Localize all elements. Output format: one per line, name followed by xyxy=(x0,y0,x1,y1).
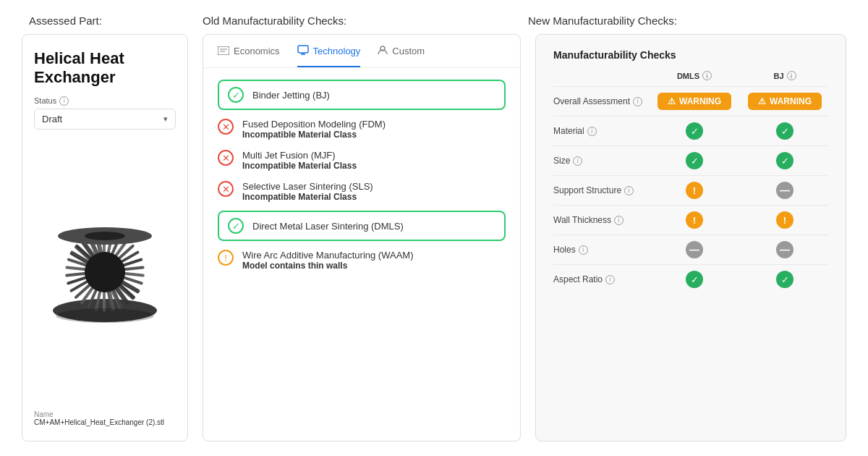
wall-dmls-warn: ! xyxy=(686,211,703,229)
size-bj: ✓ xyxy=(741,152,828,169)
col-dmls-header: DMLS i xyxy=(647,71,741,80)
process-name-sls: Selective Laser Sintering (SLS) xyxy=(242,181,373,192)
svg-rect-29 xyxy=(298,46,308,53)
size-label: Size i xyxy=(553,156,647,166)
aspect-bj: ✓ xyxy=(741,271,828,288)
process-error-waam: Model contains thin walls xyxy=(242,261,413,271)
process-name-dmls: Direct Metal Laser Sintering (DMLS) xyxy=(252,221,404,232)
overall-dmls-warning-badge: ⚠ WARNING xyxy=(658,93,731,110)
size-dmls: ✓ xyxy=(647,152,741,169)
svg-point-22 xyxy=(85,252,125,292)
col-bj-header: BJ i xyxy=(741,71,828,80)
material-info-icon[interactable]: i xyxy=(587,127,597,136)
process-error-mjf: Incompatible Material Class xyxy=(242,161,357,171)
manuf-row-overall: Overall Assessment i ⚠ WARNING ⚠ WARNING xyxy=(553,86,828,116)
status-label: Status i xyxy=(34,96,176,106)
part-name-label: Name xyxy=(34,410,176,418)
aspect-dmls: ✓ xyxy=(647,271,741,288)
process-name-fdm: Fused Deposition Modeling (FDM) xyxy=(242,119,386,130)
bj-info-icon[interactable]: i xyxy=(787,71,796,80)
process-info-mjf: Multi Jet Fusion (MJF) Incompatible Mate… xyxy=(242,150,357,171)
process-info-dmls: Direct Metal Laser Sintering (DMLS) xyxy=(252,221,404,232)
holes-bj-neutral: — xyxy=(776,241,793,258)
support-dmls-warn: ! xyxy=(686,182,703,199)
process-info-waam: Wire Arc Additive Manufacturing (WAAM) M… xyxy=(242,250,413,271)
manuf-row-wall: Wall Thickness i ! ! xyxy=(553,205,828,235)
process-info-sls: Selective Laser Sintering (SLS) Incompat… xyxy=(242,181,373,202)
tab-economics[interactable]: Economics xyxy=(218,46,280,67)
material-bj: ✓ xyxy=(741,122,828,140)
process-error-sls: Incompatible Material Class xyxy=(242,192,373,202)
process-info-bj: Binder Jetting (BJ) xyxy=(252,90,330,101)
wall-dmls: ! xyxy=(647,211,741,229)
manuf-row-size: Size i ✓ ✓ xyxy=(553,145,828,175)
wall-bj: ! xyxy=(741,211,828,229)
holes-dmls-neutral: — xyxy=(686,241,703,258)
chevron-down-icon: ▾ xyxy=(163,114,168,124)
wall-label: Wall Thickness i xyxy=(553,215,647,225)
svg-rect-26 xyxy=(218,46,229,55)
assessed-part-panel: Helical Heat Exchanger Status i Draft ▾ xyxy=(22,34,188,442)
check-green-icon: ✓ xyxy=(228,87,244,103)
part-image-container xyxy=(34,140,176,397)
size-info-icon[interactable]: i xyxy=(573,156,582,166)
tab-technology-label: Technology xyxy=(313,46,361,56)
material-dmls-check: ✓ xyxy=(686,122,703,140)
technology-icon xyxy=(297,45,309,57)
material-bj-check: ✓ xyxy=(776,122,793,140)
aspect-label: Aspect Ratio i xyxy=(553,274,647,284)
overall-info-icon[interactable]: i xyxy=(633,97,642,106)
manuf-row-aspect: Aspect Ratio i ✓ ✓ xyxy=(553,264,828,294)
process-item-dmls[interactable]: ✓ Direct Metal Laser Sintering (DMLS) xyxy=(218,211,506,241)
tab-technology[interactable]: Technology xyxy=(297,45,361,67)
warning-icon-bj: ⚠ xyxy=(758,96,766,106)
part-title: Helical Heat Exchanger xyxy=(34,49,176,88)
tab-custom-label: Custom xyxy=(392,46,425,56)
status-info-icon: i xyxy=(59,96,69,106)
process-name-bj: Binder Jetting (BJ) xyxy=(252,90,330,101)
dmls-info-icon[interactable]: i xyxy=(702,71,712,80)
new-checks-panel: Manufacturability Checks DMLS i BJ i Ove… xyxy=(535,34,846,442)
manuf-row-support: Support Structure i ! — xyxy=(553,175,828,205)
support-bj-neutral: — xyxy=(776,182,793,199)
warning-icon-dmls: ⚠ xyxy=(668,96,676,106)
holes-label: Holes i xyxy=(553,245,647,255)
manuf-row-holes: Holes i — — xyxy=(553,235,828,264)
check-green-icon-dmls: ✓ xyxy=(228,218,244,234)
holes-info-icon[interactable]: i xyxy=(579,245,588,255)
process-item-bj[interactable]: ✓ Binder Jetting (BJ) xyxy=(218,80,506,110)
status-select[interactable]: Draft ▾ xyxy=(34,109,176,130)
size-bj-check: ✓ xyxy=(776,152,793,169)
x-red-icon-sls: ✕ xyxy=(218,181,234,197)
old-checks-panel: Economics Technology Custom ✓ Binder J xyxy=(203,34,521,442)
manuf-row-material: Material i ✓ ✓ xyxy=(553,116,828,145)
process-list: ✓ Binder Jetting (BJ) ✕ Fused Deposition… xyxy=(203,68,520,284)
tab-custom[interactable]: Custom xyxy=(378,45,425,67)
manuf-header-row: DMLS i BJ i xyxy=(553,71,828,80)
support-dmls: ! xyxy=(647,182,741,199)
x-red-icon-mjf: ✕ xyxy=(218,150,234,166)
part-image xyxy=(43,211,166,326)
tabs-bar: Economics Technology Custom xyxy=(203,35,520,68)
warn-orange-icon-waam: ! xyxy=(218,250,234,266)
wall-info-icon[interactable]: i xyxy=(614,216,624,225)
material-dmls: ✓ xyxy=(647,122,741,140)
svg-point-24 xyxy=(85,232,125,240)
aspect-info-icon[interactable]: i xyxy=(605,275,615,284)
overall-label: Overall Assessment i xyxy=(553,96,647,106)
new-checks-header: New Manufacturability Checks: xyxy=(528,14,839,27)
process-item-waam: ! Wire Arc Additive Manufacturing (WAAM)… xyxy=(218,248,506,272)
old-checks-header: Old Manufacturability Checks: xyxy=(203,14,528,27)
svg-point-25 xyxy=(56,308,154,323)
process-item-mjf: ✕ Multi Jet Fusion (MJF) Incompatible Ma… xyxy=(218,148,506,172)
assessed-part-header: Assessed Part: xyxy=(29,14,203,27)
part-name-value: CM+AM+Helical_Heat_Exchanger (2).stl xyxy=(34,418,176,426)
support-info-icon[interactable]: i xyxy=(624,186,634,195)
status-value: Draft xyxy=(42,114,62,124)
manuf-table: DMLS i BJ i Overall Assessment i ⚠ WARN xyxy=(553,71,828,294)
custom-icon xyxy=(378,45,388,57)
overall-bj-warning-badge: ⚠ WARNING xyxy=(748,93,822,110)
process-name-waam: Wire Arc Additive Manufacturing (WAAM) xyxy=(242,250,413,261)
size-dmls-check: ✓ xyxy=(686,152,703,169)
overall-bj: ⚠ WARNING xyxy=(741,93,828,110)
